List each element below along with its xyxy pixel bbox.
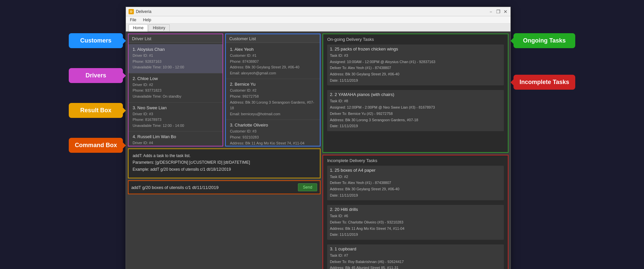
incomplete-task-3-name: 3. 1 cupboard xyxy=(330,246,501,251)
ongoing-task-2-name: 2. 2 YAMAHA pianos (with chairs) xyxy=(330,92,501,97)
incomplete-task-2-name: 2. 20 Hilti drills xyxy=(330,207,501,212)
customer-panel: Customer List 1. Alex Yeoh Customer ID: … xyxy=(225,34,321,146)
ongoing-task-2-detail: Task ID: #8 Assigned: 12:00PM - 2:00PM @… xyxy=(330,98,501,129)
left-section: Driver List 1. Aloysius Chan Driver ID: … xyxy=(128,34,321,269)
driver-list[interactable]: 1. Aloysius Chan Driver ID: #1 Phone: 92… xyxy=(129,43,223,146)
result-box: addT: Adds a task to the task list. Para… xyxy=(128,148,321,178)
panels-row: Driver List 1. Aloysius Chan Driver ID: … xyxy=(128,34,321,146)
driver-4-detail: Driver ID: #4 Phone: 82273613 Unavailabl… xyxy=(133,140,219,146)
driver-item-4[interactable]: 4. Russell Lim Wan Bo Driver ID: #4 Phon… xyxy=(129,132,223,146)
customer-item-1[interactable]: 1. Alex Yeoh Customer ID: #1 Phone: 8743… xyxy=(226,44,320,79)
incomplete-panel-title: Incomplete Delivery Tasks xyxy=(327,158,504,163)
driver-2-name: 2. Chloe Low xyxy=(133,76,219,81)
app-title: Deliveria xyxy=(136,9,151,14)
title-bar: D Deliveria － ❐ ✕ xyxy=(126,7,510,16)
driver-panel-title: Driver List xyxy=(129,34,223,43)
customer-item-3[interactable]: 3. Charlotte Oliveiro Customer ID: #3 Ph… xyxy=(226,120,320,146)
driver-1-name: 1. Aloysius Chan xyxy=(133,47,219,52)
customer-list[interactable]: 1. Alex Yeoh Customer ID: #1 Phone: 8743… xyxy=(226,43,320,146)
driver-2-detail: Driver ID: #2 Phone: 93771823 Unavailabl… xyxy=(133,82,219,100)
menu-file[interactable]: File xyxy=(129,17,138,23)
incomplete-task-1[interactable]: 1. 25 boxes of A4 paper Task ID: #2 Deli… xyxy=(327,166,504,201)
drivers-callout: Drivers xyxy=(69,68,123,83)
incomplete-task-1-name: 1. 25 boxes of A4 paper xyxy=(330,168,501,173)
ongoing-callout: Ongoing Tasks xyxy=(513,33,575,48)
customer-item-2[interactable]: 2. Bernice Yu Customer ID: #2 Phone: 992… xyxy=(226,79,320,120)
driver-1-detail: Driver ID: #1 Phone: 92837163 Unavailabl… xyxy=(133,53,219,70)
customer-panel-title: Customer List xyxy=(226,34,320,43)
right-section: On-going Delivery Tasks 1. 25 packs of f… xyxy=(322,34,508,269)
main-content: Driver List 1. Aloysius Chan Driver ID: … xyxy=(126,32,510,269)
customer-2-name: 2. Bernice Yu xyxy=(230,82,316,87)
tab-home[interactable]: Home xyxy=(129,24,148,32)
send-button[interactable]: Send xyxy=(298,183,317,191)
command-box-callout: Command Box xyxy=(69,138,123,153)
command-input[interactable] xyxy=(131,185,295,190)
restore-button[interactable]: ❐ xyxy=(496,9,501,14)
command-box[interactable]: Send xyxy=(128,180,321,194)
customer-2-detail: Customer ID: #2 Phone: 99272758 Address:… xyxy=(230,88,316,117)
incomplete-task-3-detail: Task ID: #7 Deliver To: Roy Balakrishnan… xyxy=(330,252,501,269)
tab-bar: Home History xyxy=(126,24,510,32)
driver-3-name: 3. Neo Swee Lian xyxy=(133,105,219,110)
customer-1-detail: Customer ID: #1 Phone: 87438807 Address:… xyxy=(230,53,316,76)
result-box-callout: Result Box xyxy=(69,103,123,118)
driver-item-1[interactable]: 1. Aloysius Chan Driver ID: #1 Phone: 92… xyxy=(129,44,223,73)
app-window: D Deliveria － ❐ ✕ File Help Home History xyxy=(126,7,511,269)
driver-3-detail: Driver ID: #3 Phone: 81678973 Unavailabl… xyxy=(133,111,219,129)
tab-history[interactable]: History xyxy=(148,24,169,31)
incomplete-task-2[interactable]: 2. 20 Hilti drills Task ID: #6 Deliver T… xyxy=(327,205,504,240)
ongoing-panel-title: On-going Delivery Tasks xyxy=(327,37,504,42)
ongoing-task-2[interactable]: 2. 2 YAMAHA pianos (with chairs) Task ID… xyxy=(327,90,504,131)
incomplete-task-1-detail: Task ID: #2 Deliver To: Alex Yeoh (#1) -… xyxy=(330,174,501,199)
driver-item-3[interactable]: 3. Neo Swee Lian Driver ID: #3 Phone: 81… xyxy=(129,103,223,132)
driver-4-name: 4. Russell Lim Wan Bo xyxy=(133,134,219,139)
incomplete-task-3[interactable]: 3. 1 cupboard Task ID: #7 Deliver To: Ro… xyxy=(327,244,504,269)
ongoing-task-1-detail: Task ID: #3 Assigned: 10:00AM - 12:00PM … xyxy=(330,52,501,83)
incomplete-task-2-detail: Task ID: #6 Deliver To: Charlotte Olivei… xyxy=(330,213,501,238)
customer-1-name: 1. Alex Yeoh xyxy=(230,47,316,52)
menu-help[interactable]: Help xyxy=(141,17,152,23)
minimize-button[interactable]: － xyxy=(489,9,493,14)
driver-panel: Driver List 1. Aloysius Chan Driver ID: … xyxy=(128,34,223,146)
ongoing-panel: On-going Delivery Tasks 1. 25 packs of f… xyxy=(322,34,508,153)
driver-item-2[interactable]: 2. Chloe Low Driver ID: #2 Phone: 937718… xyxy=(129,73,223,103)
app-icon: D xyxy=(129,9,134,14)
incomplete-panel: Incomplete Delivery Tasks 1. 25 boxes of… xyxy=(322,155,508,269)
incomplete-callout: Incomplete Tasks xyxy=(513,75,575,90)
title-bar-left: D Deliveria xyxy=(129,9,151,14)
close-button[interactable]: ✕ xyxy=(503,9,508,14)
title-bar-controls: － ❐ ✕ xyxy=(489,9,508,14)
customer-3-name: 3. Charlotte Oliveiro xyxy=(230,123,316,128)
ongoing-task-1-name: 1. 25 packs of frozen chicken wings xyxy=(330,46,501,51)
menu-bar: File Help xyxy=(126,16,510,24)
customers-callout: Customers xyxy=(69,33,123,48)
ongoing-task-1[interactable]: 1. 25 packs of frozen chicken wings Task… xyxy=(327,45,504,85)
customer-3-detail: Customer ID: #3 Phone: 93210283 Address:… xyxy=(230,129,316,146)
bottom-section: addT: Adds a task to the task list. Para… xyxy=(128,148,321,194)
